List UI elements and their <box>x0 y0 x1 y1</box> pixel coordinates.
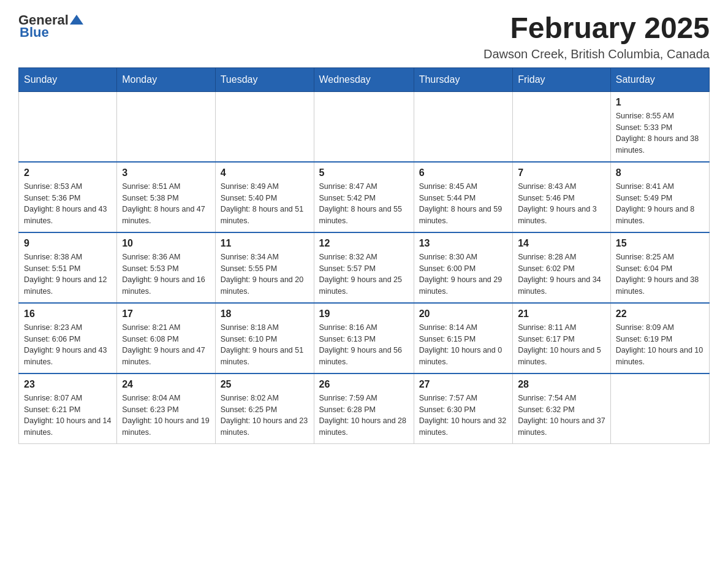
day-number: 4 <box>221 167 309 178</box>
day-number: 17 <box>122 308 210 320</box>
day-number: 21 <box>518 308 605 320</box>
day-info: Sunset: 5:53 PM <box>122 263 210 275</box>
table-row: 28Sunrise: 7:54 AMSunset: 6:32 PMDayligh… <box>513 373 611 444</box>
day-info: Sunrise: 8:30 AM <box>419 251 507 263</box>
table-row: 11Sunrise: 8:34 AMSunset: 5:55 PMDayligh… <box>215 232 314 303</box>
day-info: Daylight: 8 hours and 51 minutes. <box>221 204 309 227</box>
day-number: 22 <box>616 308 704 320</box>
day-info: Sunset: 5:36 PM <box>24 193 112 204</box>
day-info: Sunrise: 8:04 AM <box>122 393 210 404</box>
col-tuesday: Tuesday <box>215 67 314 91</box>
day-info: Daylight: 10 hours and 0 minutes. <box>419 345 507 368</box>
day-number: 5 <box>319 167 409 178</box>
day-number: 14 <box>518 238 605 249</box>
col-friday: Friday <box>513 67 611 91</box>
day-info: Daylight: 9 hours and 51 minutes. <box>221 345 309 368</box>
day-info: Daylight: 9 hours and 16 minutes. <box>122 274 210 297</box>
day-info: Sunset: 6:02 PM <box>518 263 605 275</box>
day-info: Daylight: 9 hours and 56 minutes. <box>319 345 409 368</box>
day-number: 12 <box>319 238 409 249</box>
day-info: Sunrise: 8:51 AM <box>122 181 210 193</box>
day-number: 27 <box>419 379 507 390</box>
day-info: Sunset: 6:08 PM <box>122 334 210 345</box>
day-info: Sunset: 5:44 PM <box>419 193 507 204</box>
day-info: Sunrise: 8:49 AM <box>221 181 309 193</box>
day-info: Daylight: 9 hours and 20 minutes. <box>221 274 309 297</box>
day-number: 3 <box>122 167 210 178</box>
day-info: Sunset: 6:28 PM <box>319 404 409 416</box>
day-info: Sunrise: 8:09 AM <box>616 322 704 334</box>
day-info: Daylight: 9 hours and 29 minutes. <box>419 274 507 297</box>
day-info: Daylight: 8 hours and 47 minutes. <box>122 204 210 227</box>
day-info: Sunrise: 8:23 AM <box>24 322 112 334</box>
col-wednesday: Wednesday <box>314 67 414 91</box>
day-info: Daylight: 8 hours and 43 minutes. <box>24 204 112 227</box>
day-number: 28 <box>518 379 605 390</box>
table-row <box>513 91 611 162</box>
day-info: Daylight: 9 hours and 47 minutes. <box>122 345 210 368</box>
table-row: 8Sunrise: 8:41 AMSunset: 5:49 PMDaylight… <box>610 162 709 232</box>
day-info: Sunset: 6:21 PM <box>24 404 112 416</box>
day-number: 6 <box>419 167 507 178</box>
table-row: 16Sunrise: 8:23 AMSunset: 6:06 PMDayligh… <box>19 303 117 373</box>
day-info: Sunset: 5:42 PM <box>319 193 409 204</box>
table-row: 2Sunrise: 8:53 AMSunset: 5:36 PMDaylight… <box>19 162 117 232</box>
day-info: Sunrise: 8:02 AM <box>221 393 309 404</box>
day-info: Sunset: 6:25 PM <box>221 404 309 416</box>
table-row <box>215 91 314 162</box>
day-number: 18 <box>221 308 309 320</box>
table-row: 15Sunrise: 8:25 AMSunset: 6:04 PMDayligh… <box>610 232 709 303</box>
day-info: Sunrise: 8:43 AM <box>518 181 605 193</box>
table-row: 27Sunrise: 7:57 AMSunset: 6:30 PMDayligh… <box>414 373 512 444</box>
day-info: Daylight: 8 hours and 55 minutes. <box>319 204 409 227</box>
day-info: Daylight: 10 hours and 37 minutes. <box>518 415 605 439</box>
day-info: Daylight: 10 hours and 23 minutes. <box>221 415 309 439</box>
table-row: 12Sunrise: 8:32 AMSunset: 5:57 PMDayligh… <box>314 232 414 303</box>
table-row: 1Sunrise: 8:55 AMSunset: 5:33 PMDaylight… <box>610 91 709 162</box>
day-info: Sunrise: 7:57 AM <box>419 393 507 404</box>
table-row: 13Sunrise: 8:30 AMSunset: 6:00 PMDayligh… <box>414 232 512 303</box>
day-info: Sunrise: 8:14 AM <box>419 322 507 334</box>
month-year-title: February 2025 <box>483 12 710 45</box>
table-row: 9Sunrise: 8:38 AMSunset: 5:51 PMDaylight… <box>19 232 117 303</box>
col-thursday: Thursday <box>414 67 512 91</box>
logo-blue: Blue <box>20 25 49 40</box>
day-info: Sunset: 6:15 PM <box>419 334 507 345</box>
day-number: 26 <box>319 379 409 390</box>
day-info: Daylight: 10 hours and 5 minutes. <box>518 345 605 368</box>
day-number: 19 <box>319 308 409 320</box>
table-row <box>314 91 414 162</box>
day-info: Sunrise: 8:36 AM <box>122 251 210 263</box>
day-info: Sunrise: 7:59 AM <box>319 393 409 404</box>
col-sunday: Sunday <box>19 67 117 91</box>
day-info: Sunrise: 8:07 AM <box>24 393 112 404</box>
day-info: Sunrise: 8:53 AM <box>24 181 112 193</box>
day-info: Sunrise: 8:38 AM <box>24 251 112 263</box>
day-number: 11 <box>221 238 309 249</box>
calendar-week-row: 1Sunrise: 8:55 AMSunset: 5:33 PMDaylight… <box>19 91 710 162</box>
day-number: 20 <box>419 308 507 320</box>
day-info: Sunrise: 8:21 AM <box>122 322 210 334</box>
day-number: 24 <box>122 379 210 390</box>
day-info: Daylight: 10 hours and 14 minutes. <box>24 415 112 439</box>
table-row: 24Sunrise: 8:04 AMSunset: 6:23 PMDayligh… <box>117 373 215 444</box>
day-info: Sunrise: 8:47 AM <box>319 181 409 193</box>
day-number: 15 <box>616 238 704 249</box>
table-row: 14Sunrise: 8:28 AMSunset: 6:02 PMDayligh… <box>513 232 611 303</box>
day-info: Daylight: 9 hours and 38 minutes. <box>616 274 704 297</box>
table-row: 10Sunrise: 8:36 AMSunset: 5:53 PMDayligh… <box>117 232 215 303</box>
calendar-week-row: 23Sunrise: 8:07 AMSunset: 6:21 PMDayligh… <box>19 373 710 444</box>
day-info: Sunrise: 8:32 AM <box>319 251 409 263</box>
day-number: 23 <box>24 379 112 390</box>
day-info: Daylight: 10 hours and 19 minutes. <box>122 415 210 439</box>
table-row: 7Sunrise: 8:43 AMSunset: 5:46 PMDaylight… <box>513 162 611 232</box>
day-number: 8 <box>616 167 704 178</box>
table-row <box>19 91 117 162</box>
table-row: 22Sunrise: 8:09 AMSunset: 6:19 PMDayligh… <box>610 303 709 373</box>
svg-marker-0 <box>70 15 83 25</box>
table-row: 23Sunrise: 8:07 AMSunset: 6:21 PMDayligh… <box>19 373 117 444</box>
day-info: Sunset: 6:23 PM <box>122 404 210 416</box>
day-info: Daylight: 8 hours and 38 minutes. <box>616 133 704 156</box>
day-info: Sunset: 5:33 PM <box>616 122 704 134</box>
day-info: Daylight: 8 hours and 59 minutes. <box>419 204 507 227</box>
